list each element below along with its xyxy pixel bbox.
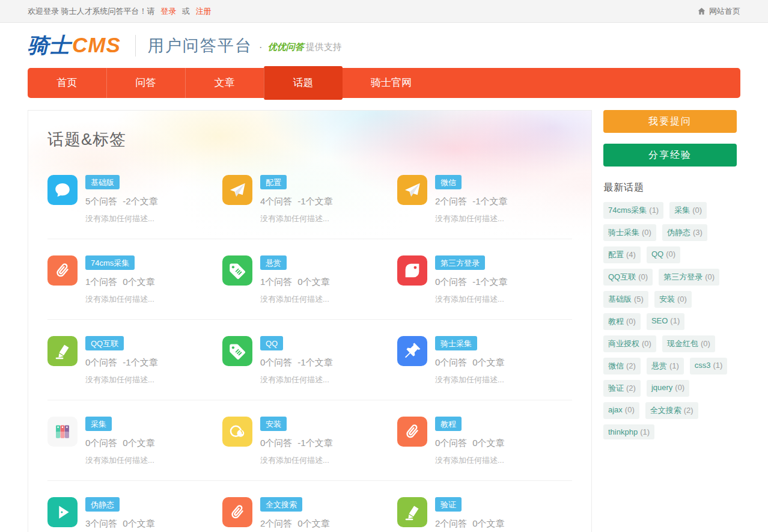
topic-stats: 0个问答-1个文章 [260,438,333,449]
sidebar-tag[interactable]: thinkphp(1) [603,424,654,439]
topic-stats: 0个问答-1个文章 [85,357,158,368]
sidebar-tag-name: ajax [608,405,623,414]
sidebar-tag-name: 骑士采集 [608,228,639,237]
topic-tag-badge[interactable]: 悬赏 [260,255,287,270]
topic-tag-badge[interactable]: 教程 [435,417,462,431]
topic-card: 74cms采集1个问答0个文章没有添加任何描述... [47,255,222,305]
sidebar-tag[interactable]: SEO(1) [647,313,684,330]
paperclip-icon[interactable] [47,255,78,286]
sidebar-tag[interactable]: 悬赏(1) [647,358,684,375]
topics-panel: 话题&标签 基础版5个问答-2个文章没有添加任何描述...配置4个问答-1个文章… [28,110,592,532]
marker-pen-icon[interactable] [397,497,427,527]
sidebar-tag[interactable]: 第三方登录(0) [659,269,719,286]
sidebar-tag-count: (0) [675,383,684,392]
topic-card: 微信2个问答-1个文章没有添加任何描述... [397,175,572,224]
sidebar-tag[interactable]: 安装(0) [654,291,692,308]
nav-item-topics[interactable]: 话题 [264,66,343,100]
sidebar-tag-count: (0) [642,228,651,237]
topic-qa-count: 4个问答 [260,196,292,206]
sidebar-tag-count: (0) [642,339,651,348]
topic-description: 没有添加任何描述... [85,455,155,466]
register-link[interactable]: 注册 [196,7,212,16]
tag-icon[interactable] [222,255,252,286]
sidebar-tag[interactable]: 微信(2) [603,358,641,375]
site-home-link[interactable]: 网站首页 [697,6,740,17]
play-arrow-icon[interactable] [47,497,78,527]
topic-tag-badge[interactable]: 配置 [260,175,287,189]
topic-qa-count: 1个问答 [260,277,292,287]
sidebar-tag[interactable]: 商业授权(0) [603,335,656,352]
sidebar-tag[interactable]: QQ(0) [647,246,680,263]
sidebar-tag-name: 全文搜索 [650,406,681,415]
topic-article-count: -1个文章 [472,196,507,206]
topic-article-count: 0个文章 [123,438,154,448]
topic-tag-badge[interactable]: 安装 [260,417,287,431]
nav-item-official-site[interactable]: 骑士官网 [343,68,440,98]
color-bars-icon[interactable] [47,417,78,447]
sidebar-tag[interactable]: 配置(4) [603,246,641,263]
sidebar-tag[interactable]: 教程(0) [603,313,641,330]
topic-description: 没有添加任何描述... [260,455,333,466]
topic-article-count: 0个文章 [123,518,154,528]
nav-item-qa[interactable]: 问答 [106,68,185,98]
sidebar-tag[interactable]: 全文搜索(2) [645,402,698,419]
login-link[interactable]: 登录 [160,7,176,16]
sidebar-tag[interactable]: 74cms采集(1) [603,202,663,219]
topics-row: 采集0个问答0个文章没有添加任何描述...安装0个问答-1个文章没有添加任何描述… [47,400,572,480]
topic-tag-badge[interactable]: QQ [260,336,283,350]
share-experience-button[interactable]: 分享经验 [603,144,737,167]
topic-tag-badge[interactable]: 骑士采集 [435,336,477,350]
topic-article-count: 0个文章 [297,277,329,287]
topic-description: 没有添加任何描述... [435,455,505,466]
topic-tag-badge[interactable]: 微信 [435,175,462,189]
page-title: 用户问答平台 [148,35,252,57]
sidebar-tag-count: (0) [666,249,675,258]
sidebar-tag-name: QQ [651,249,663,258]
topics-row: 基础版5个问答-2个文章没有添加任何描述...配置4个问答-1个文章没有添加任何… [47,159,572,239]
topic-qa-count: 2个问答 [435,196,467,206]
topic-card: 安装0个问答-1个文章没有添加任何描述... [222,417,397,466]
topic-tag-badge[interactable]: 第三方登录 [435,255,485,270]
circles-icon[interactable] [222,417,252,447]
tag-icon[interactable] [222,336,252,366]
topic-tag-badge[interactable]: QQ互联 [85,336,124,350]
sidebar-tag[interactable]: ajax(0) [603,402,639,419]
topic-tag-badge[interactable]: 采集 [85,417,112,431]
main-nav: 首页问答文章话题骑士官网 [28,68,740,98]
leaf-icon[interactable] [397,255,427,286]
chat-bubble-icon[interactable] [47,175,78,205]
marker-pen-icon[interactable] [47,336,78,366]
powered-brand-link[interactable]: 优优问答 [268,41,304,53]
topic-tag-badge[interactable]: 74cms采集 [85,255,135,270]
ask-question-button[interactable]: 我要提问 [603,110,737,133]
topic-tag-badge[interactable]: 全文搜索 [260,497,302,512]
sidebar-tag-name: 配置 [608,250,624,259]
sidebar-tag[interactable]: 基础版(5) [603,291,648,308]
topic-tag-badge[interactable]: 基础版 [85,175,120,189]
nav-item-articles[interactable]: 文章 [185,68,264,98]
sidebar-tag-name: 伪静态 [667,228,690,237]
paperclip-icon[interactable] [397,417,427,447]
paperclip-icon[interactable] [222,497,252,527]
topic-tag-badge[interactable]: 伪静态 [85,497,120,512]
sidebar-tag[interactable]: 伪静态(3) [662,224,707,241]
sidebar-tag[interactable]: 验证(2) [603,380,641,397]
sidebar-tag[interactable]: jquery(0) [647,380,689,397]
paper-plane-icon[interactable] [222,175,252,205]
sidebar-tag[interactable]: QQ互联(0) [603,269,653,286]
topic-tag-badge[interactable]: 验证 [435,497,462,512]
topic-stats: 0个问答0个文章 [85,438,155,449]
title-dot: · [259,41,263,54]
sidebar-tag[interactable]: 骑士采集(0) [603,224,656,241]
sidebar-tag[interactable]: css3(1) [690,358,728,375]
site-logo[interactable]: 骑士CMS [28,31,121,60]
nav-item-home[interactable]: 首页 [28,68,106,98]
logo-text-en: CMS [72,33,121,57]
pushpin-icon[interactable] [397,336,427,366]
topic-qa-count: 0个问答 [435,357,467,367]
sidebar-tag[interactable]: 采集(0) [669,202,707,219]
paper-plane-icon[interactable] [397,175,427,205]
sidebar-tag[interactable]: 现金红包(0) [662,335,715,352]
topic-stats: 2个问答0个文章 [260,518,343,530]
topic-card: 第三方登录0个问答-1个文章没有添加任何描述... [397,255,572,305]
